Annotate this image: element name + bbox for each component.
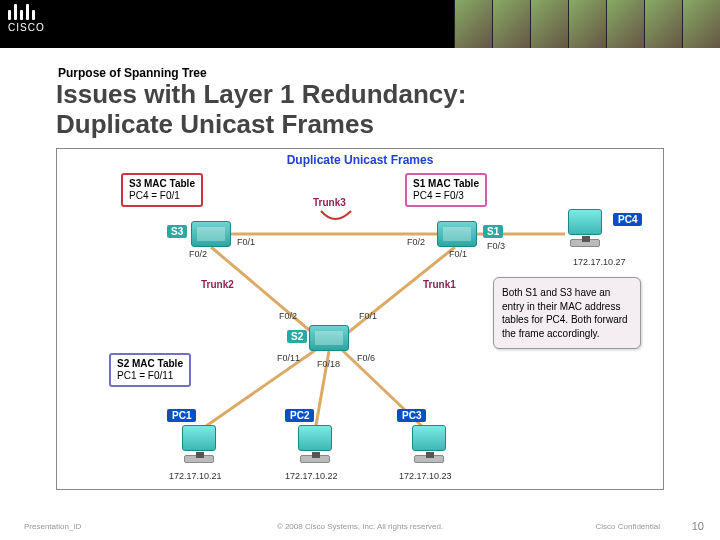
pc3-icon — [407, 425, 451, 463]
pc3-ip: 172.17.10.23 — [399, 471, 452, 481]
pc2-ip: 172.17.10.22 — [285, 471, 338, 481]
port-s1-trunk3: F0/2 — [407, 237, 425, 247]
mac-table-s3-entry: PC4 = F0/1 — [129, 190, 195, 202]
footer: Presentation_ID © 2008 Cisco Systems, In… — [0, 516, 720, 540]
port-s2-pc1: F0/11 — [277, 353, 300, 363]
pc1-label: PC1 — [167, 409, 196, 422]
pc2-icon — [293, 425, 337, 463]
network-diagram: Duplicate Unicast Frames S3 MAC Table PC… — [56, 148, 664, 490]
mac-table-s1-heading: S1 MAC Table — [413, 178, 479, 190]
port-s3-trunk2: F0/2 — [189, 249, 207, 259]
page-number: 10 — [692, 520, 704, 532]
pc1-icon — [177, 425, 221, 463]
header-photo-strip — [454, 0, 720, 48]
slide-title-line1: Issues with Layer 1 Redundancy: — [56, 79, 466, 109]
port-s1-pc4: F0/3 — [487, 241, 505, 251]
trunk1-label: Trunk1 — [423, 279, 456, 290]
trunk2-label: Trunk2 — [201, 279, 234, 290]
pc1-ip: 172.17.10.21 — [169, 471, 222, 481]
callout-box: Both S1 and S3 have an entry in their MA… — [493, 277, 641, 349]
switch-s3-label: S3 — [167, 225, 187, 238]
mac-table-s2-heading: S2 MAC Table — [117, 358, 183, 370]
switch-s1-label: S1 — [483, 225, 503, 238]
pc4-icon — [563, 209, 607, 247]
switch-s1-icon — [437, 221, 477, 247]
mac-table-s2-entry: PC1 = F0/11 — [117, 370, 183, 382]
port-s2-trunk2: F0/2 — [279, 311, 297, 321]
port-s1-trunk1: F0/1 — [449, 249, 467, 259]
header-bar: CISCO — [0, 0, 720, 48]
trunk3-label: Trunk3 — [313, 197, 346, 208]
port-s2-pc3: F0/6 — [357, 353, 375, 363]
mac-table-s3-heading: S3 MAC Table — [129, 178, 195, 190]
switch-s2-label: S2 — [287, 330, 307, 343]
port-s2-trunk1: F0/1 — [359, 311, 377, 321]
mac-table-s1: S1 MAC Table PC4 = F0/3 — [405, 173, 487, 207]
svg-line-3 — [345, 247, 455, 335]
footer-right: Cisco Confidential — [596, 522, 660, 531]
svg-line-2 — [211, 247, 315, 335]
pc4-label: PC4 — [613, 213, 642, 226]
mac-table-s3: S3 MAC Table PC4 = F0/1 — [121, 173, 203, 207]
port-s3-trunk3: F0/1 — [237, 237, 255, 247]
slide-subtitle: Purpose of Spanning Tree — [0, 48, 720, 80]
slide-title-line2: Duplicate Unicast Frames — [56, 109, 374, 139]
switch-s2-icon — [309, 325, 349, 351]
pc2-label: PC2 — [285, 409, 314, 422]
port-s2-pc2: F0/18 — [317, 359, 340, 369]
slide-title: Issues with Layer 1 Redundancy: Duplicat… — [0, 80, 720, 148]
mac-table-s2: S2 MAC Table PC1 = F0/11 — [109, 353, 191, 387]
cisco-logo: CISCO — [8, 4, 45, 33]
switch-s3-icon — [191, 221, 231, 247]
pc3-label: PC3 — [397, 409, 426, 422]
pc4-ip: 172.17.10.27 — [573, 257, 626, 267]
mac-table-s1-entry: PC4 = F0/3 — [413, 190, 479, 202]
